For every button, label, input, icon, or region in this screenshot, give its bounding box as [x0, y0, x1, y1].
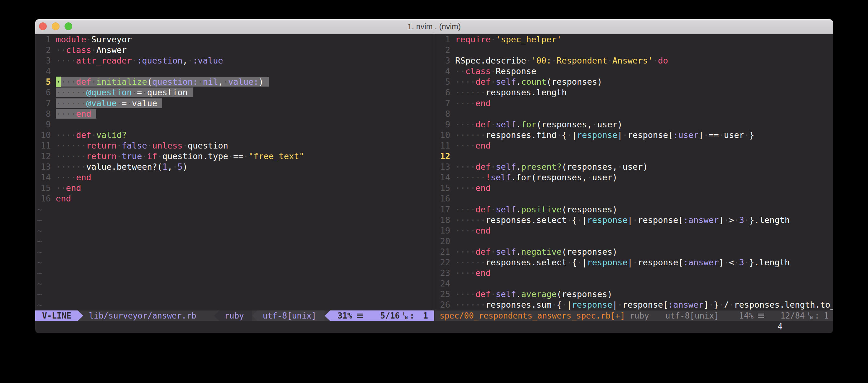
tilde-marker: ~ [35, 204, 42, 215]
whitespace-dots: · [567, 215, 572, 225]
code-token: }.length [749, 215, 790, 225]
code-line[interactable]: 5····def·self.count(responses) [435, 77, 833, 87]
code-token: average [521, 289, 557, 299]
code-line[interactable]: 2 [435, 45, 833, 56]
whitespace-dots: · [491, 66, 496, 76]
code-line[interactable]: 13····def·self.present?(responses,·user) [435, 162, 833, 172]
scroll-percent: 31% [338, 311, 352, 320]
code-text: module·Surveyor [51, 34, 132, 45]
whitespace-dots: ···· [455, 77, 475, 86]
code-line[interactable]: 23····end [435, 268, 833, 278]
statusline-spacer [625, 310, 629, 321]
code-token: nil [203, 77, 218, 86]
code-token: for [521, 119, 536, 129]
code-token: self [496, 247, 516, 256]
code-line[interactable]: 25····def·self.average(responses) [435, 289, 833, 300]
line-number: 12 [435, 151, 450, 162]
code-token: def [475, 205, 491, 214]
code-line[interactable]: 16 [435, 194, 833, 204]
code-token: end [76, 173, 91, 182]
code-token: if [147, 151, 157, 161]
code-line[interactable]: 24 [435, 278, 833, 289]
code-line[interactable]: 12······return·true·if·question.type·==·… [35, 151, 434, 162]
code-token: user) [623, 162, 648, 172]
encoding-indicator: utf-8[unix] [257, 310, 324, 321]
whitespace-dots: · [86, 35, 91, 44]
code-token: self [496, 119, 516, 129]
visual-selection: ···def·initialize(question:·nil,·value:) [61, 77, 269, 86]
code-line[interactable]: 11······return·false·unless·question [35, 140, 434, 151]
code-line[interactable]: 20 [435, 236, 833, 247]
code-line[interactable]: 4··class·Response [435, 66, 833, 77]
code-text: ····def·self.average(responses) [450, 289, 612, 300]
code-line[interactable]: 7····end [435, 98, 833, 109]
code-line[interactable]: 15····end [435, 183, 833, 194]
window-titlebar[interactable]: 1. nvim . (nvim) [35, 19, 833, 34]
code-line[interactable]: 3RSpec.describe·'00:·Respondent·Answers'… [435, 56, 833, 66]
code-line[interactable]: 2··class·Answer [35, 45, 434, 56]
code-line[interactable]: 21····def·self.negative(responses) [435, 247, 833, 257]
left-editor-pane[interactable]: 1module·Surveyor2··class·Answer3····attr… [35, 34, 434, 310]
code-line[interactable]: 7······@value·=·value [35, 98, 434, 109]
code-token: | [582, 215, 587, 225]
code-line[interactable]: 19····end [435, 225, 833, 236]
code-token: end [475, 226, 491, 235]
right-editor-pane[interactable]: 1require·'spec_helper'23RSpec.describe·'… [435, 34, 833, 310]
code-line[interactable]: 13······value.between?(1,·5) [35, 162, 434, 172]
code-line[interactable]: 16end [35, 194, 434, 204]
code-line[interactable]: 14······!self.for(responses,·user) [435, 172, 833, 183]
whitespace-dots: · [552, 300, 557, 310]
code-line[interactable]: 26······responses.sum·{·|response|·respo… [435, 300, 833, 310]
code-token: unless [152, 141, 183, 150]
whitespace-dots: · [132, 56, 137, 65]
code-text: ······responses.length [450, 87, 567, 98]
code-line[interactable]: 9····def·self.for(responses,·user) [435, 119, 833, 130]
whitespace-dots: ···· [455, 162, 475, 172]
code-text: ······return·false·unless·question [51, 140, 228, 151]
whitespace-dots: · [91, 45, 96, 55]
code-line[interactable]: 18······responses.select·{·|response|·re… [435, 215, 833, 225]
tilde-marker: ~ [35, 215, 42, 225]
code-line[interactable]: 14····end [35, 172, 434, 183]
code-line[interactable]: 8 [435, 109, 833, 119]
code-token: 'spec_helper' [496, 35, 561, 44]
code-text: ····def·self.for(responses,·user) [450, 119, 623, 130]
code-line[interactable]: 1module·Surveyor [35, 34, 434, 45]
line-number: 1 [35, 34, 51, 45]
code-line[interactable]: 3····attr_reader·:question,·:value [35, 56, 434, 66]
code-line[interactable]: 9 [35, 119, 434, 130]
tilde-marker: ~ [35, 300, 42, 310]
code-line[interactable]: 10······responses.find·{·|response|·resp… [435, 130, 833, 140]
vertical-split-divider[interactable] [434, 34, 435, 310]
whitespace-dots: · [173, 162, 177, 172]
empty-buffer-line: ~ [35, 257, 434, 268]
powerline-separator-icon [214, 310, 219, 321]
code-line[interactable]: 4 [35, 66, 434, 77]
code-line[interactable]: 15··end [35, 183, 434, 194]
code-line[interactable]: 5····def·initialize(question:·nil,·value… [35, 77, 434, 87]
whitespace-dots: ·· [56, 183, 66, 193]
code-token: user) [592, 173, 617, 182]
whitespace-dots: · [91, 130, 96, 140]
code-token: end [475, 98, 491, 108]
whitespace-dots: ···· [455, 268, 475, 278]
cursor-position-indicator: 31%5/16LN:1 [330, 310, 434, 321]
line-number: 24 [435, 278, 450, 289]
whitespace-dots: ···· [455, 119, 475, 129]
code-line[interactable]: 6······responses.length [435, 87, 833, 98]
window-title: 1. nvim . (nvim) [35, 19, 833, 34]
code-line[interactable]: 10····def·valid? [35, 130, 434, 140]
code-line[interactable]: 8····end [35, 109, 434, 119]
code-line[interactable]: 22······responses.select·{·|response|·re… [435, 257, 833, 268]
code-line[interactable]: 12 [435, 151, 833, 162]
code-line[interactable]: 11····end [435, 140, 833, 151]
code-text: ······@value·=·value [51, 98, 162, 109]
code-line[interactable]: 6······@question·=·question [35, 87, 434, 98]
code-text [450, 236, 455, 247]
code-token: end [475, 268, 491, 278]
code-token: question [188, 141, 228, 150]
code-line[interactable]: 17····def·self.positive(responses) [435, 204, 833, 215]
code-token: def [475, 247, 491, 256]
whitespace-dots: ···· [455, 141, 475, 150]
code-line[interactable]: 1require·'spec_helper' [435, 34, 833, 45]
